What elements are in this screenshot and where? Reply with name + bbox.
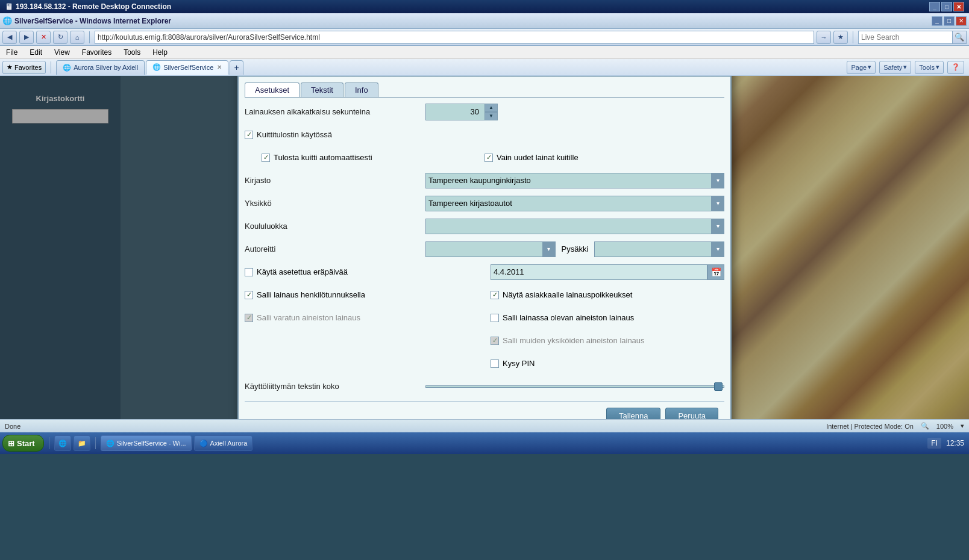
browser-restore-btn[interactable]: □ — [944, 16, 955, 26]
safety-menu-btn[interactable]: Safety ▾ — [879, 61, 911, 74]
allow-reserved-checkbox — [245, 314, 253, 322]
koululuokka-label: Koululuokka — [245, 222, 425, 231]
favorites-btn[interactable]: ★ Favorites — [2, 61, 46, 74]
allow-reserved-label: Salli varatun aineiston lainaus — [257, 313, 360, 322]
status-text: Done — [5, 423, 20, 430]
timeout-up-btn[interactable]: ▲ — [485, 104, 498, 112]
timeout-down-btn[interactable]: ▼ — [485, 112, 498, 120]
due-date-checkbox[interactable] — [245, 268, 253, 276]
fav-sep — [51, 61, 51, 73]
taskbar-silverself-icon: 🌐 — [106, 440, 114, 447]
menu-tools[interactable]: Tools — [122, 48, 142, 57]
yksikko-label: Yksikkö — [245, 199, 425, 208]
go-btn[interactable]: → — [817, 31, 831, 44]
menu-view[interactable]: View — [53, 48, 71, 57]
text-size-slider[interactable] — [425, 385, 724, 388]
yksikko-select[interactable]: Tampereen kirjastoautot — [425, 196, 724, 211]
address-input[interactable] — [95, 31, 814, 44]
allow-loaned-label: Salli lainassa olevan aineiston lainaus — [503, 313, 634, 322]
taskbar-silverself-label: SilverSelfService - Wi... — [117, 440, 186, 447]
receipt-printer-checkbox[interactable] — [245, 131, 253, 139]
menu-favorites[interactable]: Favorites — [81, 48, 113, 57]
home-btn[interactable]: ⌂ — [70, 31, 84, 44]
text-size-slider-wrapper — [425, 385, 724, 388]
show-exceptions-checkbox[interactable] — [491, 291, 499, 299]
text-size-row: Käyttöliittymän tekstin koko — [245, 378, 724, 395]
folder-icon: 📁 — [78, 440, 86, 447]
menu-bar: File Edit View Favorites Tools Help — [0, 46, 969, 59]
browser-minimize-btn[interactable]: _ — [932, 16, 942, 26]
tab-bar: 🌐 Aurora Silver by Axiell 🌐 SilverSelfSe… — [56, 60, 842, 75]
ask-pin-checkbox[interactable] — [491, 359, 499, 368]
start-label: Start — [17, 439, 35, 448]
taskbar-folder[interactable]: 📁 — [74, 435, 90, 451]
timeout-row: Lainauksen aikakatkaisu sekunteina ▲ ▼ — [245, 104, 724, 120]
autoreitti-select[interactable] — [425, 241, 556, 257]
language-indicator: FI — [927, 438, 941, 449]
tab-asetukset[interactable]: Asetukset — [245, 82, 299, 97]
modal-overlay: Asetukset ✕ Asetukset Tekstit Info Laina… — [0, 76, 969, 419]
col-left: Salli lainaus henkilötunnuksella Salli v… — [245, 287, 478, 378]
browser-close-btn[interactable]: ✕ — [956, 16, 967, 26]
search-btn[interactable]: 🔍 — [952, 31, 967, 44]
auto-print-row: Tulosta kuitti automaattisesti Vain uude… — [245, 149, 724, 166]
due-date-input[interactable] — [491, 264, 707, 280]
tools-arrow-icon: ▾ — [936, 63, 939, 71]
koululuokka-select[interactable] — [425, 219, 724, 234]
menu-edit[interactable]: Edit — [28, 48, 43, 57]
allow-loaned-row: Salli lainassa olevan aineiston lainaus — [491, 310, 724, 326]
close-window-btn[interactable]: ✕ — [953, 2, 964, 11]
auto-print-checkbox[interactable] — [262, 154, 270, 162]
refresh-btn[interactable]: ↻ — [53, 31, 67, 44]
windows-icon: ⊞ — [8, 439, 14, 448]
kirjasto-row: Kirjasto Tampereen kaupunginkirjasto ▾ — [245, 172, 724, 189]
calendar-btn[interactable]: 📅 — [707, 264, 724, 280]
safety-arrow-icon: ▾ — [903, 63, 907, 71]
pysakki-select[interactable] — [594, 241, 724, 257]
new-loans-label: Vain uudet lainat kuitille — [497, 153, 579, 162]
asetukset-dialog: Asetukset ✕ Asetukset Tekstit Info Laina… — [237, 76, 732, 419]
save-btn[interactable]: Tallenna — [606, 408, 660, 420]
minimize-btn[interactable]: _ — [929, 2, 940, 11]
taskbar-silverself[interactable]: 🌐 SilverSelfService - Wi... — [101, 435, 192, 451]
live-search-input[interactable] — [858, 31, 967, 44]
allow-loaned-checkbox[interactable] — [491, 314, 499, 322]
add-favorite-btn[interactable]: ★ — [833, 31, 848, 44]
new-loans-checkbox[interactable] — [485, 154, 493, 162]
menu-help[interactable]: Help — [151, 48, 169, 57]
forward-btn[interactable]: ▶ — [19, 31, 34, 44]
start-btn[interactable]: ⊞ Start — [2, 435, 44, 452]
tab-selfservice-close[interactable]: ✕ — [217, 64, 222, 70]
sep2 — [853, 31, 853, 43]
tab-info[interactable]: Info — [345, 82, 378, 97]
koululuokka-row: Koululuokka ▾ — [245, 218, 724, 235]
receipt-printer-label: Kuittitulostin käytössä — [257, 130, 332, 139]
modal-body: Asetukset Tekstit Info Lainauksen aikaka… — [239, 76, 730, 420]
timeout-spinners: ▲ ▼ — [485, 104, 498, 120]
stop-btn[interactable]: ✕ — [36, 31, 51, 44]
taskbar-axiell-icon: 🔵 — [199, 440, 208, 447]
help-btn[interactable]: ❓ — [947, 61, 964, 74]
tools-menu-btn[interactable]: Tools ▾ — [915, 61, 944, 74]
new-tab-btn[interactable]: + — [230, 60, 243, 75]
allow-ssn-checkbox[interactable] — [245, 291, 253, 299]
tab-aurora-label: Aurora Silver by Axiell — [74, 64, 138, 71]
taskbar-ie-icon[interactable]: 🌐 — [54, 435, 71, 451]
allow-other-units-row: Salli muiden yksiköiden aineiston lainau… — [491, 332, 724, 349]
zoom-icon: 🔍 — [921, 422, 929, 430]
window-controls: _ □ ✕ — [929, 2, 964, 11]
menu-file[interactable]: File — [5, 48, 19, 57]
restore-btn[interactable]: □ — [941, 2, 952, 11]
page-menu-btn[interactable]: Page ▾ — [847, 61, 876, 74]
tab-aurora-icon: 🌐 — [63, 64, 71, 72]
back-btn[interactable]: ◀ — [2, 31, 17, 44]
zoom-text: 100% — [936, 423, 953, 430]
tab-aurora[interactable]: 🌐 Aurora Silver by Axiell — [56, 60, 145, 75]
kirjasto-select[interactable]: Tampereen kaupunginkirjasto — [425, 173, 724, 188]
tab-selfservice-label: SilverSelfService — [163, 64, 213, 71]
taskbar-axiell[interactable]: 🔵 Axiell Aurora — [194, 435, 253, 451]
tab-selfservice[interactable]: 🌐 SilverSelfService ✕ — [146, 60, 228, 75]
tab-tekstit[interactable]: Tekstit — [301, 82, 343, 97]
allow-reserved-row: Salli varatun aineiston lainaus — [245, 310, 478, 326]
cancel-btn[interactable]: Peruuta — [665, 408, 718, 420]
